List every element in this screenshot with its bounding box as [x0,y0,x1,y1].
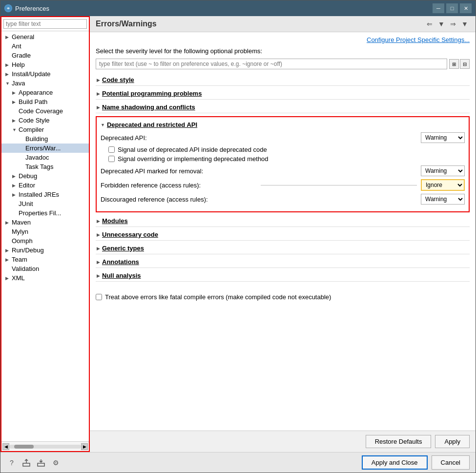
cancel-button[interactable]: Cancel [432,455,470,470]
sidebar-item-ant[interactable]: Ant [1,41,89,51]
apply-button[interactable]: Apply [435,435,470,448]
sidebar-item-building[interactable]: Building [1,134,89,144]
nav-forward-dropdown[interactable]: ▼ [460,19,470,29]
configure-project-link[interactable]: Configure Project Specific Settings... [96,36,470,43]
help-label: Help [12,61,25,68]
deprecated-removal-select[interactable]: Warning Ignore Error Info [421,165,465,176]
sidebar-item-junit[interactable]: JUnit [1,199,89,208]
code-coverage-label: Code Coverage [19,107,63,115]
annotations-section[interactable]: ▶ Annotations [96,256,470,268]
sidebar-item-run-debug[interactable]: ▶Run/Debug [1,246,89,255]
window-title: Preferences [15,5,430,12]
forbidden-ref-select[interactable]: Ignore Warning Error Info [421,179,465,191]
fatal-errors-label: Treat above errors like fatal compile er… [105,293,331,301]
scroll-thumb [14,445,34,449]
deprecated-api-label: Deprecated API: [101,134,421,142]
sidebar-item-errors-warnings[interactable]: Errors/War... [1,144,89,153]
null-analysis-section[interactable]: ▶ Null analysis [96,270,470,282]
unnecessary-section[interactable]: ▶ Unnecessary code [96,229,470,241]
filter-expand-icon[interactable]: ⊞ [449,59,459,69]
sidebar-item-java[interactable]: ▼Java [1,79,89,88]
discouraged-ref-select[interactable]: Warning Ignore Error Info [421,194,465,205]
panel-body: Configure Project Specific Settings... S… [90,32,476,431]
sidebar-item-build-path[interactable]: ▶Build Path [1,97,89,106]
deprecated-api-select[interactable]: Warning Ignore Error Info [421,132,465,143]
filter-input[interactable] [96,59,447,69]
sidebar-item-properties-fil[interactable]: Properties Fil... [1,208,89,218]
sidebar-item-oomph[interactable]: Oomph [1,236,89,246]
sidebar-item-gradle[interactable]: Gradle [1,51,89,60]
deprecated-api-row: Deprecated API: Warning Ignore Error Inf… [101,132,465,143]
sidebar-item-code-coverage[interactable]: Code Coverage [1,106,89,116]
potential-arrow: ▶ [97,91,100,96]
scroll-left-btn[interactable]: ◀ [2,443,9,450]
deprecated-section-header[interactable]: ▼ Deprecated and restricted API [101,121,465,128]
panel-description: Select the severity level for the follow… [96,47,470,55]
apply-close-button[interactable]: Apply and Close [362,455,428,470]
signal-override-checkbox[interactable] [108,156,115,162]
sidebar-item-compiler[interactable]: ▼Compiler [1,125,89,134]
java-label: Java [12,80,25,87]
sidebar-item-mylyn[interactable]: Mylyn [1,227,89,236]
restore-defaults-button[interactable]: Restore Defaults [366,435,432,448]
maximize-button[interactable]: □ [446,3,458,13]
sidebar-item-code-style[interactable]: ▶Code Style [1,116,89,125]
help-arrow-icon: ▶ [5,62,10,67]
sidebar-item-editor[interactable]: ▶Editor [1,181,89,190]
potential-problems-section[interactable]: ▶ Potential programming problems [96,88,470,100]
java-arrow-icon: ▼ [5,81,10,86]
deprecated-removal-label: Deprecated API marked for removal: [101,167,421,175]
signal-override-row: Signal overriding or implementing deprec… [108,155,465,163]
run-debug-label: Run/Debug [12,247,44,254]
sidebar-item-team[interactable]: ▶Team [1,255,89,264]
appearance-arrow-icon: ▶ [12,90,17,95]
filter-collapse-icon[interactable]: ⊟ [460,59,470,69]
sidebar-item-install-update[interactable]: ▶Install/Update [1,69,89,79]
fatal-errors-checkbox[interactable] [96,294,102,300]
right-panel: Errors/Warnings ⇐ ▼ ⇒ ▼ Configure Projec… [90,16,476,452]
installed-jres-label: Installed JREs [19,191,59,198]
gradle-label: Gradle [12,52,31,59]
annotations-label: Annotations [102,258,139,266]
errors-warnings-label: Errors/War... [25,144,61,152]
run-debug-arrow-icon: ▶ [5,248,10,253]
code-style-section[interactable]: ▶ Code style [96,74,470,86]
fatal-errors-row: Treat above errors like fatal compile er… [96,293,470,301]
sidebar-item-debug[interactable]: ▶Debug [1,171,89,181]
code-style-arrow-icon: ▶ [12,118,17,123]
export-icon[interactable] [21,457,32,468]
sidebar-item-task-tags[interactable]: Task Tags [1,162,89,171]
sidebar-item-maven[interactable]: ▶Maven [1,218,89,227]
close-button[interactable]: ✕ [460,3,472,13]
sidebar-item-javadoc[interactable]: Javadoc [1,153,89,162]
sidebar-item-xml[interactable]: ▶XML [1,273,89,283]
sidebar-item-validation[interactable]: Validation [1,264,89,273]
install-update-label: Install/Update [12,70,51,78]
nav-back-dropdown[interactable]: ▼ [436,19,446,29]
junit-label: JUnit [19,200,33,207]
sidebar-item-help[interactable]: ▶Help [1,60,89,69]
settings-icon[interactable]: ⚙ [50,457,61,468]
generic-types-section[interactable]: ▶ Generic types [96,243,470,254]
minimize-button[interactable]: ─ [433,3,444,13]
modules-section[interactable]: ▶ Modules [96,215,470,227]
sidebar-item-appearance[interactable]: ▶Appearance [1,88,89,97]
editor-label: Editor [19,182,35,189]
general-label: General [12,33,34,41]
nav-forward-button[interactable]: ⇒ [448,19,458,29]
nav-back-button[interactable]: ⇐ [425,19,435,29]
editor-arrow-icon: ▶ [12,183,17,188]
signal-deprecated-checkbox[interactable] [108,146,115,153]
scroll-right-btn[interactable]: ▶ [81,443,88,450]
import-icon[interactable] [36,457,46,468]
oomph-label: Oomph [12,237,33,245]
help-icon[interactable]: ? [6,457,17,468]
sidebar-item-general[interactable]: ▶General [1,32,89,41]
ant-label: Ant [12,42,21,50]
titlebar: Preferences ─ □ ✕ [0,0,476,16]
sidebar-filter-input[interactable] [3,19,87,29]
installed-jres-arrow-icon: ▶ [12,192,17,197]
name-shadowing-section[interactable]: ▶ Name shadowing and conflicts [96,102,470,113]
sidebar-item-installed-jres[interactable]: ▶Installed JREs [1,190,89,199]
build-path-arrow-icon: ▶ [12,100,17,104]
